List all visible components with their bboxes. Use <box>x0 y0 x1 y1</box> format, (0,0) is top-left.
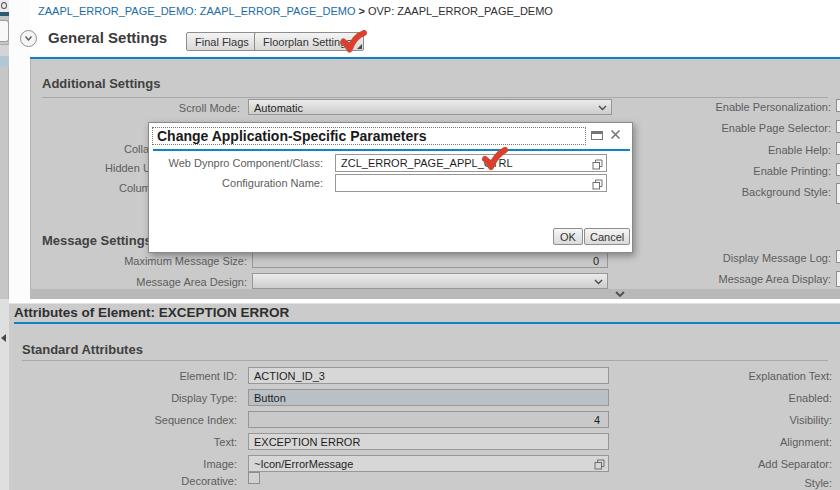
chevron-down-icon <box>25 36 32 41</box>
value-help-icon[interactable] <box>592 179 603 190</box>
close-icon[interactable] <box>610 129 621 140</box>
alignment-label: Alignment: <box>632 436 832 448</box>
display-type-label: Display Type: <box>60 392 237 404</box>
breadcrumb-separator: > <box>355 5 367 17</box>
enable-help-label: Enable Help: <box>631 144 831 156</box>
element-id-input[interactable]: ACTION_ID_3 <box>248 367 609 384</box>
display-message-log-checkbox[interactable] <box>836 250 840 263</box>
sequence-index-label: Sequence Index: <box>60 414 237 426</box>
text-input[interactable]: EXCEPTION ERROR <box>248 433 609 450</box>
enable-personalization-checkbox[interactable] <box>836 99 840 112</box>
style-label: Style: <box>632 477 832 489</box>
floorplan-settings-label: Floorplan Settings <box>263 36 352 48</box>
breadcrumb: ZAAPL_ERROR_PAGE_DEMO: ZAAPL_ERROR_PAGE_… <box>38 5 553 17</box>
additional-settings-divider <box>42 97 828 98</box>
enable-help-checkbox[interactable] <box>836 142 840 155</box>
component-class-input[interactable]: ZCL_ERROR_PAGE_APPL_CTRL <box>335 154 607 172</box>
scroll-mode-label: Scroll Mode: <box>100 102 240 114</box>
clipped-label-collapse: Colla <box>124 143 149 155</box>
left-rail-row-sliver <box>0 44 9 56</box>
value-help-icon[interactable] <box>594 459 605 470</box>
breadcrumb-current: OVP: ZAAPL_ERROR_PAGE_DEMO <box>368 5 553 17</box>
dialog-title-divider <box>153 149 630 151</box>
add-separator-label: Add Separator: <box>632 458 832 470</box>
left-rail-tab-underline <box>0 12 9 16</box>
message-area-display-field[interactable] <box>836 271 840 287</box>
final-flags-button[interactable]: Final Flags <box>186 32 258 51</box>
left-rail <box>0 0 9 490</box>
image-value: ~Icon/ErrorMessage <box>254 458 353 470</box>
cancel-button[interactable]: Cancel <box>584 228 630 245</box>
configuration-name-input[interactable] <box>335 174 607 192</box>
left-rail-field-sliver <box>0 20 9 42</box>
component-class-label: Web Dynpro Component/Class: <box>159 157 323 169</box>
text-label: Text: <box>60 436 237 448</box>
message-settings-title: Message Settings <box>42 233 152 248</box>
left-rail-text-fragment <box>1 2 7 9</box>
sequence-index-input[interactable]: 4 <box>248 411 609 428</box>
message-area-design-label: Message Area Design: <box>100 276 247 288</box>
max-message-size-label: Maximum Message Size: <box>100 255 247 267</box>
fpm-configuration-editor: ZAAPL_ERROR_PAGE_DEMO: ZAAPL_ERROR_PAGE_… <box>0 0 840 490</box>
collapse-section-button[interactable] <box>20 30 37 47</box>
element-id-label: Element ID: <box>60 370 237 382</box>
clipped-label-hidden: Hidden U <box>105 162 151 174</box>
collapse-panel-arrow-icon[interactable] <box>1 334 6 342</box>
display-type-field[interactable]: Button <box>248 389 609 406</box>
message-area-display-label: Message Area Display: <box>631 273 831 285</box>
breadcrumb-link[interactable]: ZAAPL_ERROR_PAGE_DEMO: ZAAPL_ERROR_PAGE_… <box>38 5 355 17</box>
scroll-down-icon[interactable] <box>615 291 625 297</box>
scroll-mode-value: Automatic <box>254 102 303 114</box>
page-title: General Settings <box>48 29 167 46</box>
dialog-title: Change Application-Specific Parameters <box>157 128 426 144</box>
panel-scrollbar[interactable] <box>30 289 840 299</box>
enable-printing-checkbox[interactable] <box>836 163 840 176</box>
value-help-icon[interactable] <box>592 159 603 170</box>
left-rail-lower-sliver <box>0 299 9 490</box>
explanation-text-label: Explanation Text: <box>632 370 832 382</box>
enable-page-selector-checkbox[interactable] <box>836 120 840 133</box>
enable-printing-label: Enable Printing: <box>631 165 831 177</box>
enable-personalization-label: Enable Personalization: <box>631 101 831 113</box>
enable-page-selector-label: Enable Page Selector: <box>631 122 831 134</box>
standard-attributes-divider <box>22 360 828 361</box>
left-rail-selected-row-sliver <box>0 56 9 67</box>
image-label: Image: <box>60 458 237 470</box>
left-rail-top <box>0 0 9 12</box>
message-area-design-dropdown[interactable] <box>252 273 608 289</box>
floorplan-settings-button[interactable]: Floorplan Settings <box>254 32 364 51</box>
chevron-down-icon <box>594 279 603 285</box>
background-style-field[interactable] <box>836 183 840 204</box>
maximize-icon[interactable] <box>591 131 603 140</box>
attributes-panel-title: Attributes of Element: EXCEPTION ERROR <box>14 305 289 320</box>
scroll-mode-dropdown[interactable]: Automatic <box>248 99 612 115</box>
enabled-label: Enabled: <box>632 392 832 404</box>
configuration-name-label: Configuration Name: <box>159 177 323 189</box>
decorative-label: Decorative: <box>60 475 237 487</box>
chevron-down-icon <box>598 105 607 111</box>
standard-attributes-title: Standard Attributes <box>22 342 143 357</box>
attributes-title-divider <box>14 322 840 324</box>
image-input[interactable]: ~Icon/ErrorMessage <box>248 455 609 472</box>
ok-button[interactable]: OK <box>553 228 583 245</box>
change-parameters-dialog: Change Application-Specific Parameters W… <box>148 122 633 253</box>
component-class-value: ZCL_ERROR_PAGE_APPL_CTRL <box>341 157 513 169</box>
menu-corner-icon <box>357 44 362 49</box>
display-message-log-label: Display Message Log: <box>631 252 831 264</box>
decorative-checkbox[interactable] <box>248 472 260 484</box>
visibility-label: Visibility: <box>632 414 832 426</box>
max-message-size-input[interactable]: 0 <box>252 252 608 268</box>
additional-settings-title: Additional Settings <box>42 76 160 91</box>
background-style-label: Background Style: <box>631 186 831 198</box>
